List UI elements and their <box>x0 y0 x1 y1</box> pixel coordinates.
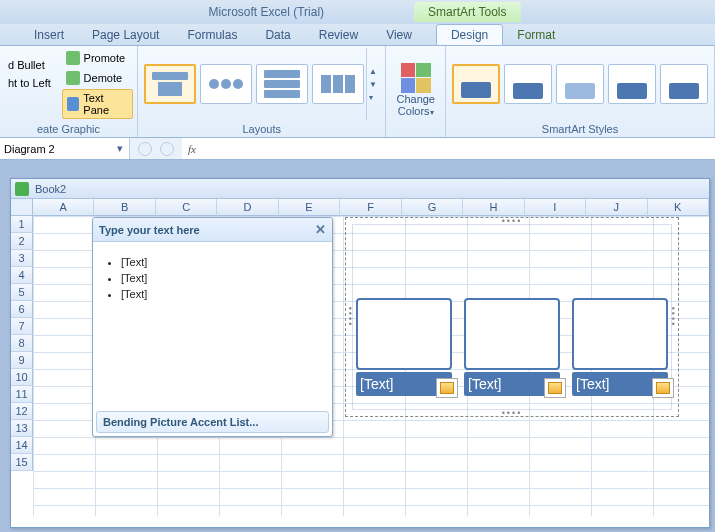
layouts-more-icon[interactable]: ▾ <box>369 93 380 102</box>
tab-view[interactable]: View <box>372 25 426 45</box>
row-header[interactable]: 14 <box>11 437 33 454</box>
row-header[interactable]: 7 <box>11 318 33 335</box>
picture-placeholder[interactable] <box>356 298 452 370</box>
col-header[interactable]: K <box>648 199 709 216</box>
add-bullet-button[interactable]: d Bullet <box>4 57 62 73</box>
col-header[interactable]: F <box>340 199 401 216</box>
row-header[interactable]: 12 <box>11 403 33 420</box>
group-label-styles: SmartArt Styles <box>446 122 714 137</box>
tab-review[interactable]: Review <box>305 25 372 45</box>
col-header[interactable]: D <box>217 199 278 216</box>
promote-icon <box>66 51 80 65</box>
promote-button[interactable]: Promote <box>62 49 133 67</box>
style-thumb-4[interactable] <box>608 64 656 104</box>
app-title: Microsoft Excel (Trial) <box>208 5 384 19</box>
col-header[interactable]: C <box>156 199 217 216</box>
row-header[interactable]: 4 <box>11 267 33 284</box>
demote-icon <box>66 71 80 85</box>
text-pane-header: Type your text here <box>99 224 200 236</box>
workbook-title: Book2 <box>35 183 66 195</box>
style-thumb-5[interactable] <box>660 64 708 104</box>
layouts-scroll-down-icon[interactable]: ▼ <box>369 80 380 89</box>
row-headers: 1 2 3 4 5 6 7 8 9 10 11 12 13 14 15 <box>11 216 33 471</box>
colors-icon <box>401 63 431 93</box>
col-header[interactable]: I <box>525 199 586 216</box>
smartart-caption[interactable]: [Text] <box>468 376 501 392</box>
insert-picture-icon[interactable] <box>436 378 458 398</box>
text-pane-item[interactable]: [Text] <box>121 272 322 284</box>
row-header[interactable]: 13 <box>11 420 33 437</box>
tab-insert[interactable]: Insert <box>20 25 78 45</box>
smartart-shape[interactable]: [Text] <box>356 298 452 396</box>
formula-input[interactable] <box>202 143 715 155</box>
group-label-create-graphic: eate Graphic <box>0 122 137 137</box>
tab-formulas[interactable]: Formulas <box>173 25 251 45</box>
group-label-layouts: Layouts <box>138 122 385 137</box>
row-header[interactable]: 8 <box>11 335 33 352</box>
change-colors-button[interactable]: ChangeColors▾ <box>390 61 441 120</box>
name-box[interactable]: ▾ <box>0 138 130 159</box>
row-header[interactable]: 10 <box>11 369 33 386</box>
name-box-dropdown-icon[interactable]: ▾ <box>111 142 129 155</box>
smartart-shape[interactable]: [Text] <box>464 298 560 396</box>
row-header[interactable]: 6 <box>11 301 33 318</box>
row-header[interactable]: 3 <box>11 250 33 267</box>
insert-picture-icon[interactable] <box>652 378 674 398</box>
row-header[interactable]: 11 <box>11 386 33 403</box>
smartart-text-pane[interactable]: Type your text here ✕ [Text] [Text] [Tex… <box>92 217 333 437</box>
close-icon[interactable]: ✕ <box>315 222 326 237</box>
smartart-caption[interactable]: [Text] <box>360 376 393 392</box>
tab-data[interactable]: Data <box>251 25 304 45</box>
column-headers: A B C D E F G H I J K <box>33 199 709 216</box>
row-header[interactable]: 5 <box>11 284 33 301</box>
ribbon: d Bullet ht to Left Promote Demote Text … <box>0 46 715 138</box>
style-thumb-1[interactable] <box>452 64 500 104</box>
text-pane-item[interactable]: [Text] <box>121 256 322 268</box>
fx-icon[interactable]: fx <box>182 143 202 155</box>
col-header[interactable]: E <box>279 199 340 216</box>
row-header[interactable]: 15 <box>11 454 33 471</box>
layout-thumb-2[interactable] <box>200 64 252 104</box>
cancel-formula-icon[interactable] <box>138 142 152 156</box>
layout-thumb-4[interactable] <box>312 64 364 104</box>
enter-formula-icon[interactable] <box>160 142 174 156</box>
insert-picture-icon[interactable] <box>544 378 566 398</box>
tab-design[interactable]: Design <box>436 24 503 46</box>
row-header[interactable]: 9 <box>11 352 33 369</box>
row-header[interactable]: 1 <box>11 216 33 233</box>
workbook-titlebar[interactable]: Book2 <box>11 179 709 199</box>
col-header[interactable]: A <box>33 199 94 216</box>
text-pane-item[interactable]: [Text] <box>121 288 322 300</box>
name-box-input[interactable] <box>4 143 111 155</box>
picture-placeholder[interactable] <box>572 298 668 370</box>
title-bar: Microsoft Excel (Trial) SmartArt Tools <box>0 0 715 24</box>
group-label-colors <box>386 134 445 137</box>
workspace: Book2 A B C D E F G H I J K 1 2 3 4 <box>0 160 715 532</box>
col-header[interactable]: B <box>94 199 155 216</box>
col-header[interactable]: H <box>463 199 524 216</box>
picture-placeholder[interactable] <box>464 298 560 370</box>
style-thumb-3[interactable] <box>556 64 604 104</box>
text-pane-body[interactable]: [Text] [Text] [Text] <box>93 242 332 408</box>
smartart-object[interactable]: •••• •••• •••• •••• [Text] [Text] [Text] <box>345 217 679 417</box>
formula-bar: ▾ fx <box>0 138 715 160</box>
layouts-scroll-up-icon[interactable]: ▲ <box>369 67 380 76</box>
text-pane-icon <box>67 97 80 111</box>
style-thumb-2[interactable] <box>504 64 552 104</box>
smartart-shape[interactable]: [Text] <box>572 298 668 396</box>
ribbon-tabs: Insert Page Layout Formulas Data Review … <box>0 24 715 46</box>
row-header[interactable]: 2 <box>11 233 33 250</box>
contextual-tab-title: SmartArt Tools <box>414 2 520 22</box>
smartart-caption[interactable]: [Text] <box>576 376 609 392</box>
text-pane-layout-name[interactable]: Bending Picture Accent List... <box>96 411 329 433</box>
layout-thumb-3[interactable] <box>256 64 308 104</box>
col-header[interactable]: G <box>402 199 463 216</box>
tab-format[interactable]: Format <box>503 25 569 45</box>
demote-button[interactable]: Demote <box>62 69 133 87</box>
right-to-left-button[interactable]: ht to Left <box>4 75 62 91</box>
layout-thumb-1[interactable] <box>144 64 196 104</box>
text-pane-button[interactable]: Text Pane <box>62 89 133 119</box>
col-header[interactable]: J <box>586 199 647 216</box>
select-all-corner[interactable] <box>11 199 33 216</box>
tab-page-layout[interactable]: Page Layout <box>78 25 173 45</box>
